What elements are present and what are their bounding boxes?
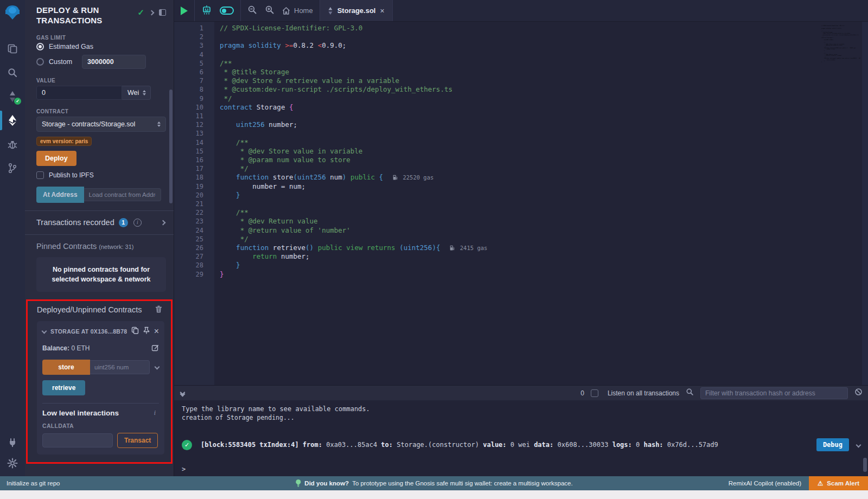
solidity-file-icon bbox=[328, 7, 333, 15]
line-number: 10 bbox=[174, 103, 203, 112]
copy-address-icon[interactable] bbox=[131, 327, 139, 336]
estimated-gas-option[interactable]: Estimated Gas bbox=[36, 43, 166, 50]
line-number: 29 bbox=[174, 270, 203, 279]
code-line: function store(uint256 num) public { 225… bbox=[220, 173, 868, 182]
run-script-icon[interactable] bbox=[181, 7, 188, 15]
value-input[interactable] bbox=[36, 86, 122, 100]
line-number: 8 bbox=[174, 85, 203, 94]
terminal-line: creation of Storage pending... bbox=[182, 413, 868, 422]
terminal-filter-input[interactable] bbox=[700, 387, 848, 399]
copilot-toggle[interactable] bbox=[220, 7, 234, 15]
git-init-link[interactable]: Initialize as git repo bbox=[0, 480, 60, 487]
calldata-label: CALLDATA bbox=[42, 423, 159, 429]
pin-icon[interactable] bbox=[143, 327, 150, 336]
copilot-status[interactable]: RemixAI Copilot (enabled) bbox=[729, 480, 801, 487]
debugger-icon[interactable] bbox=[0, 132, 25, 156]
pin-panel-icon[interactable] bbox=[159, 9, 166, 16]
info-icon[interactable]: i bbox=[151, 409, 159, 417]
debug-button[interactable]: Debug bbox=[816, 438, 849, 451]
code-line: } bbox=[220, 261, 868, 270]
panel-scrollbar[interactable] bbox=[169, 89, 173, 203]
line-number: 13 bbox=[174, 129, 203, 138]
transaction-log-row[interactable]: ✓ [block:5583405 txIndex:4] from: 0xa03.… bbox=[182, 438, 868, 451]
editor-scrollbar[interactable] bbox=[862, 22, 868, 385]
at-address-input[interactable] bbox=[84, 188, 161, 201]
scam-alert-button[interactable]: ⚠ Scam Alert bbox=[809, 476, 868, 490]
chevron-right-icon[interactable] bbox=[161, 220, 166, 225]
custom-gas-option[interactable]: Custom bbox=[36, 55, 166, 69]
line-number: 4 bbox=[174, 50, 203, 59]
publish-ipfs-option[interactable]: Publish to IPFS bbox=[36, 171, 166, 179]
line-number: 6 bbox=[174, 68, 203, 76]
deploy-button[interactable]: Deploy bbox=[36, 151, 76, 166]
edit-balance-icon[interactable] bbox=[151, 344, 159, 353]
tab-storage-sol[interactable]: Storage.sol × bbox=[320, 0, 393, 21]
clear-terminal-icon[interactable] bbox=[854, 388, 863, 398]
terminal-scrollbar[interactable] bbox=[863, 458, 867, 472]
solidity-compiler-icon[interactable]: ✓ bbox=[0, 85, 25, 108]
home-button[interactable]: Home bbox=[282, 7, 313, 15]
close-tab-icon[interactable]: × bbox=[380, 7, 384, 15]
gutter: 1234567891011121314151617181920212223242… bbox=[174, 22, 214, 385]
terminal-search-icon[interactable] bbox=[686, 388, 694, 398]
publish-ipfs-checkbox[interactable] bbox=[36, 171, 44, 179]
settings-gear-icon[interactable] bbox=[7, 458, 18, 471]
code-editor[interactable]: 1234567891011121314151617181920212223242… bbox=[174, 22, 868, 385]
retrieve-function-button[interactable]: retrieve bbox=[42, 380, 85, 395]
store-arg-input[interactable] bbox=[90, 360, 150, 374]
updown-icon bbox=[157, 121, 161, 127]
trash-icon[interactable] bbox=[155, 305, 162, 315]
code-line: * @dev Return value bbox=[220, 217, 868, 226]
minimap[interactable]: // SPDX-License-Identifier: GPL-3.0 prag… bbox=[821, 25, 860, 63]
code-line: * @title Storage bbox=[220, 68, 868, 76]
terminal-prompt[interactable]: > bbox=[182, 465, 868, 473]
zoom-in-icon[interactable] bbox=[265, 5, 275, 17]
collapse-icon[interactable] bbox=[42, 329, 47, 334]
expand-tx-icon[interactable] bbox=[856, 442, 861, 447]
line-number: 28 bbox=[174, 261, 203, 270]
panel-title: DEPLOY & RUN TRANSACTIONS bbox=[36, 5, 137, 26]
unit-select[interactable]: Wei bbox=[122, 86, 151, 100]
tx-log-text: [block:5583405 txIndex:4] from: 0xa03...… bbox=[201, 441, 808, 449]
code-line bbox=[220, 50, 868, 59]
git-icon[interactable] bbox=[0, 156, 25, 180]
store-function-button[interactable]: store bbox=[42, 360, 90, 375]
expand-args-icon[interactable] bbox=[155, 364, 160, 370]
info-icon[interactable]: i bbox=[133, 219, 142, 227]
listen-all-checkbox[interactable] bbox=[591, 389, 598, 397]
code-line bbox=[220, 129, 868, 138]
code-lines: // SPDX-License-Identifier: GPL-3.0 prag… bbox=[214, 22, 868, 385]
custom-gas-radio[interactable] bbox=[36, 58, 44, 66]
file-explorer-icon[interactable] bbox=[0, 37, 25, 61]
transact-button[interactable]: Transact bbox=[117, 433, 158, 448]
deploy-and-run-icon[interactable] bbox=[0, 108, 25, 132]
run-script-group bbox=[174, 0, 195, 21]
code-line: * @return value of 'number' bbox=[220, 226, 868, 235]
zoom-group: Home bbox=[241, 0, 320, 21]
plugin-manager-icon[interactable] bbox=[7, 437, 18, 450]
collapse-terminal-icon[interactable] bbox=[181, 391, 184, 396]
line-number: 21 bbox=[174, 200, 203, 208]
code-line: /** bbox=[220, 208, 868, 217]
remixai-robot-icon[interactable] bbox=[201, 4, 212, 17]
code-line: * @custom:dev-run-script ./scripts/deplo… bbox=[220, 85, 868, 94]
updown-icon bbox=[143, 90, 146, 95]
contract-select[interactable]: Storage - contracts/Storage.sol bbox=[36, 117, 166, 132]
at-address-button[interactable]: At Address bbox=[36, 187, 84, 203]
window-edge bbox=[0, 490, 868, 499]
custom-gas-input[interactable] bbox=[82, 55, 146, 69]
line-number: 20 bbox=[174, 191, 203, 200]
terminal[interactable]: Type the library name to see available c… bbox=[174, 400, 868, 476]
calldata-input[interactable] bbox=[42, 433, 113, 447]
code-line bbox=[220, 200, 868, 208]
line-number: 14 bbox=[174, 138, 203, 147]
zoom-out-icon[interactable] bbox=[247, 5, 257, 17]
line-number: 19 bbox=[174, 182, 203, 191]
expand-panel-icon[interactable] bbox=[149, 10, 155, 15]
remix-logo-icon[interactable] bbox=[4, 4, 21, 23]
terminal-header: 0 Listen on all transactions bbox=[174, 385, 868, 400]
search-icon[interactable] bbox=[0, 61, 25, 85]
estimated-gas-radio[interactable] bbox=[36, 43, 44, 50]
remove-instance-icon[interactable]: × bbox=[154, 327, 159, 336]
transactions-recorded-row[interactable]: Transactions recorded 1 i bbox=[25, 211, 174, 234]
